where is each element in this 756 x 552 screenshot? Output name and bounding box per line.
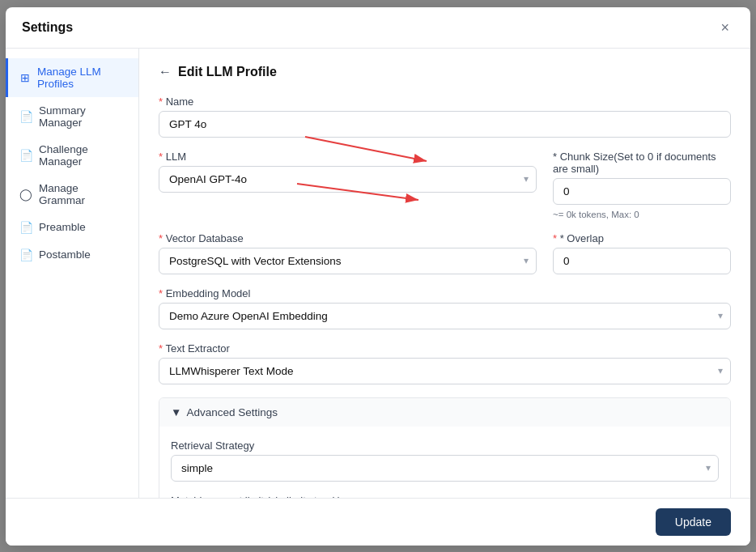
name-label: Name bbox=[159, 96, 731, 108]
modal-footer: Update bbox=[6, 498, 750, 546]
sidebar-item-label: Postamble bbox=[39, 248, 91, 261]
summary-manager-icon: 📄 bbox=[19, 110, 32, 123]
text-extractor-group: Text Extractor LLMWhisperer Text Mode ▾ bbox=[159, 342, 731, 384]
preamble-icon: 📄 bbox=[19, 221, 32, 234]
modal-title: Settings bbox=[22, 20, 73, 35]
sidebar-item-label: Summary Manager bbox=[39, 104, 127, 129]
retrieval-strategy-select-wrap: simple ▾ bbox=[171, 455, 719, 482]
vector-db-label: Vector Database bbox=[159, 232, 537, 244]
content-header: ← Edit LLM Profile bbox=[159, 65, 731, 79]
advanced-settings-header[interactable]: ▼ Advanced Settings bbox=[159, 398, 730, 427]
chunk-size-input[interactable] bbox=[553, 178, 731, 205]
vector-db-select[interactable]: PostgreSQL with Vector Extensions bbox=[159, 248, 537, 274]
advanced-settings-collapse-icon: ▼ bbox=[171, 406, 181, 418]
embedding-model-label: Embedding Model bbox=[159, 287, 731, 299]
llm-group: LLM OpenAI GPT-4o ▾ bbox=[159, 151, 537, 219]
sidebar-item-summary-manager[interactable]: 📄 Summary Manager bbox=[6, 97, 138, 136]
sidebar-item-label: Manage Grammar bbox=[39, 182, 127, 206]
name-input[interactable] bbox=[159, 111, 731, 138]
main-content: ← Edit LLM Profile Name LLM bbox=[139, 49, 750, 498]
modal-header: Settings × bbox=[6, 7, 750, 49]
retrieval-strategy-select[interactable]: simple bbox=[171, 455, 719, 482]
embedding-model-row: Embedding Model Demo Azure OpenAI Embedd… bbox=[159, 287, 731, 329]
sidebar-item-label: Manage LLM Profiles bbox=[37, 66, 127, 90]
llm-select-wrap: OpenAI GPT-4o ▾ bbox=[159, 166, 537, 193]
vectordb-overlap-row: Vector Database PostgreSQL with Vector E… bbox=[159, 232, 731, 274]
overlap-group: * Overlap bbox=[553, 232, 731, 274]
modal-body: ⊞ Manage LLM Profiles 📄 Summary Manager … bbox=[6, 49, 750, 498]
vector-db-select-wrap: PostgreSQL with Vector Extensions ▾ bbox=[159, 248, 537, 274]
sidebar-item-challenge-manager[interactable]: 📄 Challenge Manager bbox=[6, 136, 138, 175]
challenge-manager-icon: 📄 bbox=[19, 149, 32, 162]
llm-chunk-row: LLM OpenAI GPT-4o ▾ * Chunk Size(Set to … bbox=[159, 151, 731, 219]
sidebar-item-label: Challenge Manager bbox=[39, 143, 127, 168]
embedding-model-select-wrap: Demo Azure OpenAI Embedding ▾ bbox=[159, 303, 731, 329]
close-button[interactable]: × bbox=[716, 19, 734, 36]
overlap-input[interactable] bbox=[553, 248, 731, 274]
sidebar-item-manage-grammar[interactable]: ◯ Manage Grammar bbox=[6, 175, 138, 214]
sidebar-item-label: Preamble bbox=[39, 221, 86, 233]
retrieval-strategy-label: Retrieval Strategy bbox=[171, 439, 719, 452]
name-group: Name bbox=[159, 96, 731, 138]
text-extractor-select-wrap: LLMWhisperer Text Mode ▾ bbox=[159, 358, 731, 384]
manage-llm-profiles-icon: ⊞ bbox=[19, 71, 31, 84]
update-button[interactable]: Update bbox=[656, 508, 731, 536]
text-extractor-select[interactable]: LLMWhisperer Text Mode bbox=[159, 358, 731, 384]
overlap-label: * Overlap bbox=[553, 232, 731, 244]
sidebar: ⊞ Manage LLM Profiles 📄 Summary Manager … bbox=[6, 49, 139, 498]
vector-db-group: Vector Database PostgreSQL with Vector E… bbox=[159, 232, 537, 274]
embedding-model-group: Embedding Model Demo Azure OpenAI Embedd… bbox=[159, 287, 731, 329]
chunk-size-group: * Chunk Size(Set to 0 if documents are s… bbox=[553, 151, 731, 219]
sidebar-item-postamble[interactable]: 📄 Postamble bbox=[6, 241, 138, 269]
text-extractor-label: Text Extractor bbox=[159, 342, 731, 355]
embedding-model-select[interactable]: Demo Azure OpenAI Embedding bbox=[159, 303, 731, 329]
chunk-size-hint: ~= 0k tokens, Max: 0 bbox=[553, 210, 731, 219]
sidebar-item-manage-llm-profiles[interactable]: ⊞ Manage LLM Profiles bbox=[6, 58, 138, 97]
llm-label: LLM bbox=[159, 151, 537, 163]
text-extractor-row: Text Extractor LLMWhisperer Text Mode ▾ bbox=[159, 342, 731, 384]
name-row: Name bbox=[159, 96, 731, 138]
advanced-settings-label: Advanced Settings bbox=[186, 406, 278, 418]
sidebar-item-preamble[interactable]: 📄 Preamble bbox=[6, 214, 138, 241]
retrieval-strategy-group: Retrieval Strategy simple ▾ bbox=[171, 439, 719, 482]
manage-grammar-icon: ◯ bbox=[19, 188, 32, 201]
advanced-settings-body: Retrieval Strategy simple ▾ Matching cou… bbox=[159, 427, 730, 498]
llm-select[interactable]: OpenAI GPT-4o bbox=[159, 166, 537, 193]
chunk-size-label: * Chunk Size(Set to 0 if documents are s… bbox=[553, 151, 731, 175]
postamble-icon: 📄 bbox=[19, 248, 32, 261]
back-button[interactable]: ← bbox=[159, 65, 172, 79]
content-title: Edit LLM Profile bbox=[178, 65, 277, 79]
advanced-settings-section: ▼ Advanced Settings Retrieval Strategy s… bbox=[159, 397, 731, 498]
